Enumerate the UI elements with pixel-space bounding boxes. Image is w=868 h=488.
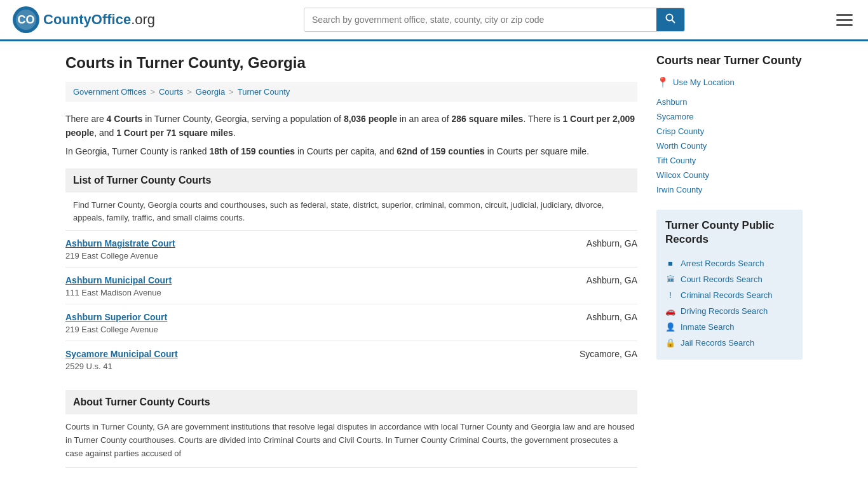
record-icon: ! (665, 290, 675, 300)
use-my-location-link[interactable]: 📍 Use My Location (656, 76, 803, 88)
record-icon: 🔒 (665, 338, 675, 348)
logo-main: CountyOffice (43, 11, 131, 27)
nearby-court-link[interactable]: Irwin County (656, 182, 803, 197)
public-record-link[interactable]: 🚗Driving Records Search (665, 303, 794, 319)
public-record-link[interactable]: 🏛Court Records Search (665, 271, 794, 287)
stats-paragraph-1: There are 4 Courts in Turner County, Geo… (65, 112, 637, 140)
svg-line-4 (672, 20, 675, 24)
courts-count: 4 Courts (107, 114, 143, 124)
population: 8,036 people (344, 114, 397, 124)
breadcrumb-item-georgia[interactable]: Georgia (196, 87, 225, 97)
public-record-link[interactable]: 🔒Jail Records Search (665, 335, 794, 351)
breadcrumb-item-courts[interactable]: Courts (159, 87, 183, 97)
record-icon: 🚗 (665, 306, 675, 316)
court-city: Ashburn, GA (587, 238, 637, 248)
search-bar (304, 8, 685, 32)
public-records-section: Turner County Public Records ■Arrest Rec… (656, 210, 803, 360)
page-title: Courts in Turner County, Georgia (65, 54, 637, 72)
breadcrumb: Government Offices > Courts > Georgia > … (65, 82, 637, 102)
court-city: Ashburn, GA (587, 275, 637, 285)
record-label: Criminal Records Search (681, 290, 773, 300)
svg-point-3 (667, 15, 673, 21)
breadcrumb-separator: > (187, 87, 192, 97)
search-input[interactable] (304, 10, 656, 30)
list-section-description: Find Turner County, Georgia courts and c… (65, 193, 637, 231)
court-entry: Ashburn Superior Court Ashburn, GA 219 E… (65, 304, 637, 341)
nearby-court-link[interactable]: Worth County (656, 139, 803, 153)
logo-text: CountyOffice.org (43, 11, 155, 28)
list-section-header: List of Turner County Courts (65, 168, 637, 193)
courts-entries: Ashburn Magistrate Court Ashburn, GA 219… (65, 231, 637, 377)
record-icon: 👤 (665, 322, 675, 332)
court-address: 219 East College Avenue (65, 251, 637, 261)
rank-sq: 62nd of 159 counties (397, 146, 484, 156)
court-address: 219 East College Avenue (65, 325, 637, 334)
nearby-court-link[interactable]: Sycamore (656, 109, 803, 124)
sidebar: Courts near Turner County 📍 Use My Locat… (656, 54, 803, 468)
use-location-label: Use My Location (673, 78, 735, 87)
record-label: Inmate Search (681, 322, 735, 332)
breadcrumb-separator: > (229, 87, 234, 97)
court-name-row: Ashburn Municipal Court Ashburn, GA (65, 275, 637, 285)
nearby-title: Courts near Turner County (656, 54, 803, 67)
area: 286 square miles (452, 114, 524, 124)
public-records-title: Turner County Public Records (665, 219, 794, 247)
content-area: Courts in Turner County, Georgia Governm… (65, 54, 637, 468)
nearby-court-link[interactable]: Ashburn (656, 95, 803, 109)
court-entry: Ashburn Magistrate Court Ashburn, GA 219… (65, 231, 637, 268)
about-section: About Turner County Courts Courts in Tur… (65, 390, 637, 467)
stats-paragraph-2: In Georgia, Turner County is ranked 18th… (65, 144, 637, 158)
court-entry: Sycamore Municipal Court Sycamore, GA 25… (65, 341, 637, 377)
nearby-court-link[interactable]: Tift County (656, 153, 803, 168)
logo[interactable]: CO CountyOffice.org (13, 6, 155, 33)
nearby-court-link[interactable]: Wilcox County (656, 168, 803, 182)
breadcrumb-separator: > (150, 87, 155, 97)
nearby-courts-section: Courts near Turner County 📍 Use My Locat… (656, 54, 803, 197)
about-text: Courts in Turner County, GA are governme… (65, 414, 637, 467)
court-name-link[interactable]: Ashburn Superior Court (65, 312, 167, 322)
records-links-container: ■Arrest Records Search🏛Court Records Sea… (665, 255, 794, 351)
per-sq: 1 Court per 71 square miles (116, 128, 233, 138)
breadcrumb-item-turner-county[interactable]: Turner County (238, 87, 290, 97)
courts-list: List of Turner County Courts Find Turner… (65, 168, 637, 377)
hamburger-menu-button[interactable] (834, 11, 855, 29)
record-label: Court Records Search (681, 274, 763, 284)
court-entry: Ashburn Municipal Court Ashburn, GA 111 … (65, 268, 637, 304)
court-name-link[interactable]: Ashburn Magistrate Court (65, 238, 175, 248)
court-name-row: Ashburn Superior Court Ashburn, GA (65, 312, 637, 322)
public-record-link[interactable]: ■Arrest Records Search (665, 255, 794, 271)
record-label: Driving Records Search (681, 306, 768, 316)
public-record-link[interactable]: !Criminal Records Search (665, 287, 794, 303)
location-pin-icon: 📍 (656, 76, 669, 88)
court-city: Ashburn, GA (587, 312, 637, 322)
court-address: 2529 U.s. 41 (65, 362, 637, 371)
search-icon (665, 13, 675, 24)
logo-suffix: .org (131, 11, 155, 27)
rank-capita: 18th of 159 counties (209, 146, 295, 156)
court-name-link[interactable]: Ashburn Municipal Court (65, 275, 172, 285)
record-label: Arrest Records Search (681, 259, 764, 268)
public-record-link[interactable]: 👤Inmate Search (665, 319, 794, 335)
record-icon: ■ (665, 259, 675, 268)
record-label: Jail Records Search (681, 338, 754, 348)
court-name-row: Ashburn Magistrate Court Ashburn, GA (65, 238, 637, 248)
nearby-court-link[interactable]: Crisp County (656, 124, 803, 139)
court-city: Sycamore, GA (580, 349, 637, 359)
search-button[interactable] (656, 8, 684, 31)
court-name-row: Sycamore Municipal Court Sycamore, GA (65, 349, 637, 359)
breadcrumb-item-government-offices[interactable]: Government Offices (73, 87, 146, 97)
stats-section: There are 4 Courts in Turner County, Geo… (65, 112, 637, 158)
court-name-link[interactable]: Sycamore Municipal Court (65, 349, 178, 359)
nearby-links-container: AshburnSycamoreCrisp CountyWorth CountyT… (656, 95, 803, 197)
record-icon: 🏛 (665, 274, 675, 284)
court-address: 111 East Madison Avenue (65, 288, 637, 297)
svg-text:CO: CO (18, 13, 35, 26)
hamburger-icon (836, 14, 853, 26)
about-section-header: About Turner County Courts (65, 390, 637, 414)
